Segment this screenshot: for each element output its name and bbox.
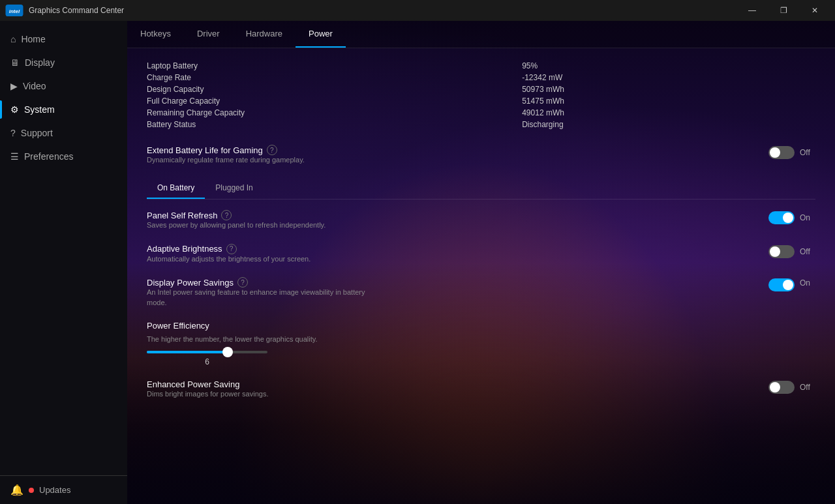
panel-self-refresh-setting: Panel Self Refresh ? Saves power by allo… <box>147 210 815 230</box>
content-inner: Hotkeys Driver Hardware Power Laptop Bat… <box>127 21 835 504</box>
tab-power[interactable]: Power <box>296 21 346 48</box>
enhanced-power-saving-toggle-label: Off <box>800 383 815 392</box>
notification-dot <box>29 488 34 493</box>
sidebar-label-home: Home <box>21 34 45 44</box>
sidebar-item-support[interactable]: ? Support <box>0 121 127 145</box>
display-power-savings-help-icon[interactable]: ? <box>237 277 248 288</box>
home-icon: ⌂ <box>10 34 16 44</box>
power-efficiency-slider-container[interactable]: 6 <box>147 351 815 366</box>
sidebar-nav: ⌂ Home 🖥 Display ▶ Video ⚙ System ? Supp… <box>0 27 127 475</box>
sub-tab-plugged-in[interactable]: Plugged In <box>205 178 263 199</box>
titlebar: intel Graphics Command Center — ❐ ✕ <box>0 0 835 21</box>
display-power-savings-toggle-label: On <box>800 278 815 288</box>
sidebar-label-preferences: Preferences <box>24 151 73 162</box>
close-button[interactable]: ✕ <box>800 0 830 21</box>
sidebar-label-system: System <box>24 104 55 115</box>
sidebar-item-display[interactable]: 🖥 Display <box>0 51 127 74</box>
extend-battery-help-icon[interactable]: ? <box>267 145 277 155</box>
sidebar-label-video: Video <box>23 81 46 91</box>
power-efficiency-setting: Power Efficiency The higher the number, … <box>147 321 815 366</box>
extend-battery-title: Extend Battery Life for Gaming <box>147 145 263 155</box>
panel-self-refresh-desc: Saves power by allowing panel to refresh… <box>147 220 375 230</box>
video-icon: ▶ <box>10 81 18 91</box>
titlebar-controls: — ❐ ✕ <box>737 0 830 21</box>
enhanced-power-saving-setting: Enhanced Power Saving Dims bright images… <box>147 379 815 399</box>
extend-battery-toggle[interactable] <box>768 146 795 159</box>
updates-label: Updates <box>39 485 70 495</box>
extend-battery-desc: Dynamically regulate frame rate during g… <box>147 155 375 165</box>
sidebar-updates[interactable]: 🔔 Updates <box>0 475 127 504</box>
battery-status-label: Battery Status <box>147 120 496 129</box>
enhanced-power-saving-title: Enhanced Power Saving <box>147 379 239 389</box>
battery-status-value: Discharging <box>522 120 815 129</box>
full-charge-label: Full Charge Capacity <box>147 96 496 106</box>
preferences-icon: ☰ <box>10 151 19 162</box>
adaptive-brightness-desc: Automatically adjusts the brightness of … <box>147 254 375 264</box>
panel-self-refresh-toggle-label: On <box>800 213 815 222</box>
enhanced-power-saving-desc: Dims bright images for power savings. <box>147 389 375 399</box>
sub-tab-on-battery[interactable]: On Battery <box>147 178 205 199</box>
power-efficiency-slider-fill <box>147 351 228 353</box>
adaptive-brightness-title: Adaptive Brightness <box>147 244 222 254</box>
power-efficiency-slider-thumb[interactable] <box>222 347 233 357</box>
charge-rate-label: Charge Rate <box>147 73 496 82</box>
sidebar-item-preferences[interactable]: ☰ Preferences <box>0 145 127 168</box>
panel-self-refresh-title: Panel Self Refresh <box>147 211 217 220</box>
sidebar-item-home[interactable]: ⌂ Home <box>0 27 127 51</box>
power-content[interactable]: Laptop Battery 95% Charge Rate -12342 mW… <box>127 48 835 504</box>
laptop-battery-value: 95% <box>522 61 815 70</box>
display-power-savings-title: Display Power Savings <box>147 278 234 288</box>
intel-logo-icon: intel <box>5 5 23 16</box>
full-charge-value: 51475 mWh <box>522 96 815 106</box>
adaptive-brightness-setting: Adaptive Brightness ? Automatically adju… <box>147 244 815 264</box>
remaining-value: 49012 mWh <box>522 108 815 117</box>
adaptive-brightness-toggle-label: Off <box>800 247 815 256</box>
restore-button[interactable]: ❐ <box>768 0 798 21</box>
extend-battery-toggle-label: Off <box>800 148 815 157</box>
enhanced-power-saving-toggle[interactable] <box>768 381 795 394</box>
power-efficiency-value: 6 <box>147 357 267 366</box>
display-power-savings-desc: An Intel power saving feature to enhance… <box>147 288 375 308</box>
tab-hotkeys[interactable]: Hotkeys <box>127 21 184 48</box>
titlebar-left: intel Graphics Command Center <box>5 5 124 16</box>
laptop-battery-label: Laptop Battery <box>147 61 496 70</box>
sidebar-item-video[interactable]: ▶ Video <box>0 74 127 98</box>
display-power-savings-setting: Display Power Savings ? An Intel power s… <box>147 277 815 308</box>
panel-self-refresh-toggle[interactable] <box>768 211 795 224</box>
design-capacity-value: 50973 mWh <box>522 85 815 94</box>
content-area: Hotkeys Driver Hardware Power Laptop Bat… <box>127 21 835 504</box>
adaptive-brightness-help-icon[interactable]: ? <box>226 244 237 254</box>
power-efficiency-slider-track[interactable] <box>147 351 267 353</box>
tab-hardware[interactable]: Hardware <box>233 21 296 48</box>
power-efficiency-desc: The higher the number, the lower the gra… <box>147 334 375 344</box>
support-icon: ? <box>10 128 16 138</box>
bell-icon: 🔔 <box>10 484 23 496</box>
battery-sub-tabs: On Battery Plugged In <box>147 178 815 200</box>
sidebar-item-system[interactable]: ⚙ System <box>0 98 127 121</box>
panel-self-refresh-help-icon[interactable]: ? <box>221 210 232 220</box>
app-title: Graphics Command Center <box>29 6 124 15</box>
battery-info: Laptop Battery 95% Charge Rate -12342 mW… <box>147 61 815 129</box>
svg-text:intel: intel <box>9 8 20 14</box>
charge-rate-value: -12342 mW <box>522 73 815 82</box>
power-efficiency-title: Power Efficiency <box>147 321 209 331</box>
main-tabs: Hotkeys Driver Hardware Power <box>127 21 835 48</box>
app-body: ⌂ Home 🖥 Display ▶ Video ⚙ System ? Supp… <box>0 21 835 504</box>
extend-battery-setting: Extend Battery Life for Gaming ? Dynamic… <box>147 145 815 165</box>
remaining-label: Remaining Charge Capacity <box>147 108 496 117</box>
system-icon: ⚙ <box>10 104 19 115</box>
tab-driver[interactable]: Driver <box>184 21 233 48</box>
sidebar-label-support: Support <box>21 128 53 138</box>
display-icon: 🖥 <box>10 57 20 68</box>
design-capacity-label: Design Capacity <box>147 85 496 94</box>
minimize-button[interactable]: — <box>737 0 767 21</box>
sidebar: ⌂ Home 🖥 Display ▶ Video ⚙ System ? Supp… <box>0 21 127 504</box>
adaptive-brightness-toggle[interactable] <box>768 245 795 258</box>
display-power-savings-toggle[interactable] <box>768 278 795 291</box>
sidebar-label-display: Display <box>25 57 55 68</box>
